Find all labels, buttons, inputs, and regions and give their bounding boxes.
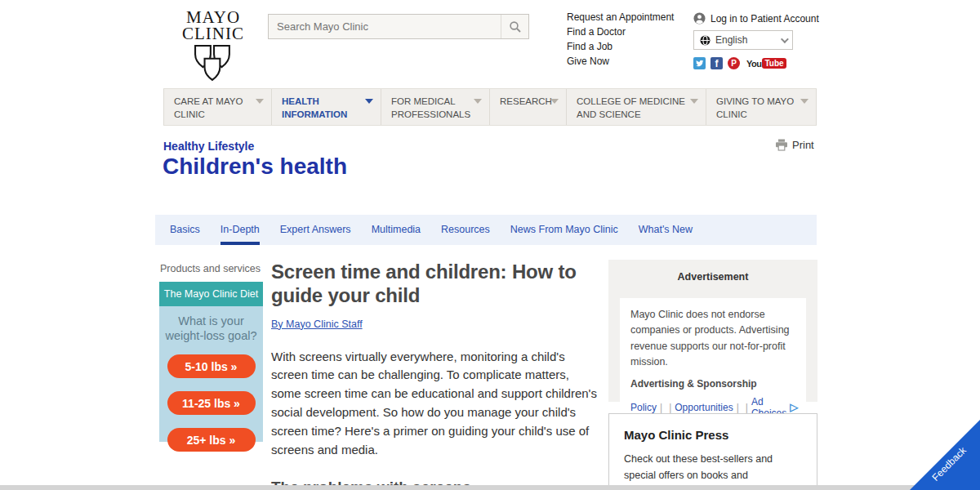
- nav-research[interactable]: RESEARCH: [490, 89, 567, 125]
- language-selector[interactable]: English: [693, 30, 793, 50]
- mayo-clinic-press-box: Mayo Clinic Press Check out these best-s…: [608, 413, 817, 490]
- article-tab-bar: Basics In-Depth Expert Answers Multimedi…: [155, 215, 817, 245]
- tab-in-depth[interactable]: In-Depth: [220, 215, 260, 245]
- products-services-heading: Products and services: [160, 263, 261, 274]
- facebook-glyph: f: [715, 58, 719, 69]
- three-shields-icon: [191, 45, 235, 82]
- youtube-wordmark-tube: Tube: [762, 58, 786, 69]
- pinterest-glyph: P: [731, 59, 737, 68]
- language-selected-value: English: [715, 34, 747, 46]
- nav-item-label: CARE AT MAYO CLINIC: [174, 96, 243, 119]
- page: MAYO CLINIC Request an Appointment Find …: [0, 0, 980, 490]
- nav-care-at-mayo-clinic[interactable]: CARE AT MAYO CLINIC: [163, 89, 272, 125]
- caret-down-icon: [800, 99, 808, 104]
- nav-health-information[interactable]: HEALTH INFORMATION: [272, 89, 381, 125]
- nav-college-of-medicine[interactable]: COLLEGE OF MEDICINE AND SCIENCE: [567, 89, 706, 125]
- weight-goal-25plus-button[interactable]: 25+ lbs »: [167, 428, 256, 452]
- login-label: Log in to Patient Account: [710, 13, 819, 24]
- article-title: Screen time and children: How to guide y…: [271, 260, 599, 308]
- nav-for-medical-professionals[interactable]: FOR MEDICAL PROFESSIONALS: [381, 89, 490, 125]
- tab-resources[interactable]: Resources: [441, 215, 490, 245]
- link-separator: |: [746, 402, 748, 413]
- tab-multimedia[interactable]: Multimedia: [372, 215, 421, 245]
- pinterest-icon[interactable]: P: [728, 57, 740, 69]
- press-text: Check out these best-sellers and special…: [624, 451, 802, 490]
- patient-account-login[interactable]: Log in to Patient Account: [693, 12, 819, 24]
- feedback-ribbon[interactable]: Feedback: [910, 420, 980, 490]
- header-quick-links: Request an Appointment Find a Doctor Fin…: [567, 12, 674, 71]
- nav-item-label: HEALTH INFORMATION: [282, 96, 347, 119]
- youtube-wordmark-you: You: [746, 59, 761, 69]
- diet-ad-question: What is your weight-loss goal?: [159, 314, 263, 343]
- ad-disclaimer-text: Mayo Clinic does not endorse companies o…: [630, 307, 795, 371]
- weight-goal-11-25-button[interactable]: 11-25 lbs »: [167, 391, 256, 415]
- printer-icon: [775, 139, 788, 151]
- tab-news-from-mayo-clinic[interactable]: News From Mayo Clinic: [510, 215, 618, 245]
- press-heading: Mayo Clinic Press: [624, 428, 802, 442]
- link-separator: |: [669, 402, 671, 413]
- nav-item-label: RESEARCH: [500, 96, 552, 106]
- print-button[interactable]: Print: [775, 139, 814, 151]
- tab-whats-new[interactable]: What's New: [639, 215, 693, 245]
- breadcrumb[interactable]: Healthy Lifestyle: [163, 140, 254, 153]
- print-label: Print: [792, 139, 814, 151]
- nav-giving-to-mayo-clinic[interactable]: GIVING TO MAYO CLINIC: [706, 89, 817, 125]
- adchoices-icon[interactable]: ▷: [790, 401, 798, 413]
- article-intro-paragraph: With screens virtually everywhere, monit…: [271, 348, 599, 461]
- caret-down-icon: [550, 99, 559, 104]
- main-navigation: CARE AT MAYO CLINIC HEALTH INFORMATION F…: [163, 88, 817, 126]
- find-doctor-link[interactable]: Find a Doctor: [567, 27, 674, 37]
- mayo-clinic-diet-ad[interactable]: The Mayo Clinic Diet What is your weight…: [159, 282, 263, 442]
- nav-item-label: FOR MEDICAL PROFESSIONALS: [391, 96, 470, 119]
- mayo-clinic-logo[interactable]: MAYO CLINIC: [174, 10, 252, 86]
- chevron-down-icon: [781, 35, 789, 43]
- social-links: f P You Tube: [693, 57, 786, 69]
- caret-down-icon: [365, 99, 373, 104]
- link-separator: |: [660, 402, 662, 413]
- page-title: Children's health: [163, 154, 347, 180]
- advertisement-inner-box: Mayo Clinic does not endorse companies o…: [620, 298, 806, 427]
- sponsorship-heading: Advertising & Sponsorship: [630, 378, 795, 390]
- diet-ad-body: What is your weight-loss goal? 5-10 lbs …: [159, 306, 263, 442]
- caret-down-icon: [690, 99, 698, 104]
- tab-basics[interactable]: Basics: [170, 215, 200, 245]
- advertisement-label: Advertisement: [608, 260, 817, 283]
- tab-expert-answers[interactable]: Expert Answers: [280, 215, 351, 245]
- youtube-icon[interactable]: You Tube: [746, 58, 786, 69]
- diet-ad-title: The Mayo Clinic Diet: [159, 282, 263, 306]
- globe-icon: [700, 35, 710, 46]
- advertisement-box: Advertisement Mayo Clinic does not endor…: [608, 260, 817, 402]
- find-job-link[interactable]: Find a Job: [567, 42, 674, 51]
- caret-down-icon: [474, 99, 482, 104]
- search-button[interactable]: [501, 15, 528, 38]
- twitter-icon[interactable]: [693, 57, 706, 69]
- facebook-icon[interactable]: f: [710, 57, 723, 69]
- link-separator: |: [737, 402, 739, 413]
- twitter-bird-icon: [695, 59, 704, 68]
- opportunities-link[interactable]: Opportunities: [675, 402, 733, 413]
- policy-link[interactable]: Policy: [630, 402, 657, 413]
- article-main: Screen time and children: How to guide y…: [271, 260, 599, 490]
- footer-strip: [0, 485, 980, 490]
- caret-down-icon: [256, 99, 264, 104]
- request-appointment-link[interactable]: Request an Appointment: [567, 12, 674, 22]
- byline-link[interactable]: By Mayo Clinic Staff: [271, 318, 363, 330]
- search-input[interactable]: [269, 20, 501, 33]
- weight-goal-5-10-button[interactable]: 5-10 lbs »: [167, 354, 256, 378]
- give-now-link[interactable]: Give Now: [567, 56, 674, 66]
- nav-item-label: COLLEGE OF MEDICINE AND SCIENCE: [577, 96, 685, 119]
- search-icon: [509, 20, 522, 33]
- logo-text-line2: CLINIC: [174, 26, 252, 42]
- search-bar: [268, 14, 529, 39]
- person-icon: [693, 12, 706, 24]
- nav-item-label: GIVING TO MAYO CLINIC: [716, 96, 794, 119]
